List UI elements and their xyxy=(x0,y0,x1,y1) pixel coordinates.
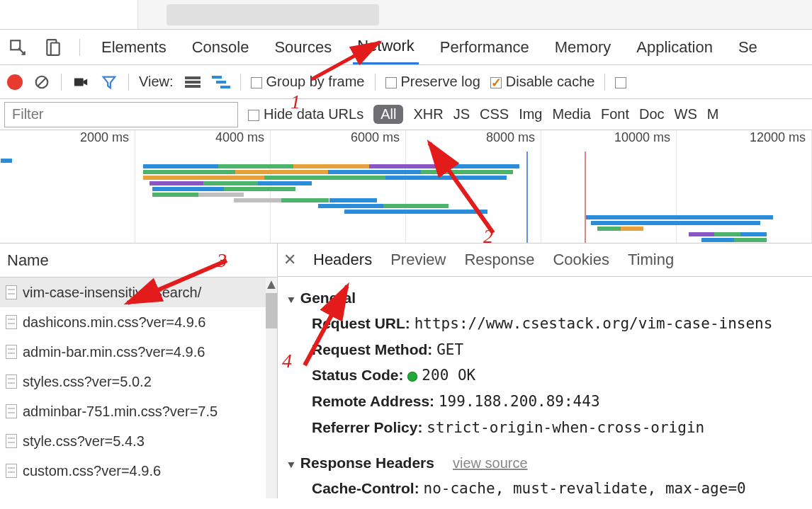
tab-application[interactable]: Application xyxy=(632,31,717,64)
list-view-icon[interactable] xyxy=(184,73,202,91)
tab-performance[interactable]: Performance xyxy=(436,31,534,64)
filter-font[interactable]: Font xyxy=(601,106,629,122)
detail-tab-timing[interactable]: Timing xyxy=(626,244,675,276)
filter-bar: Hide data URLs All XHR JS CSS Img Media … xyxy=(0,99,812,130)
detail-body: General Request URL: https://www.csestac… xyxy=(278,277,812,498)
request-detail-pane: ✕ Headers Preview Response Cookies Timin… xyxy=(278,244,812,498)
request-name: adminbar-751.min.css?ver=7.5 xyxy=(23,404,218,420)
request-row[interactable]: admin-bar.min.css?ver=4.9.6 xyxy=(0,337,277,367)
request-row[interactable]: vim-case-insensitive-search/ xyxy=(0,278,277,307)
scroll-up-icon[interactable]: ▲ xyxy=(266,278,277,290)
view-label: View: xyxy=(139,74,174,90)
svg-line-4 xyxy=(38,78,46,86)
hide-data-urls-checkbox[interactable]: Hide data URLs xyxy=(248,106,363,122)
annotation-number-1: 1 xyxy=(291,91,300,113)
request-name: admin-bar.min.css?ver=4.9.6 xyxy=(23,344,205,360)
detail-tabs: ✕ Headers Preview Response Cookies Timin… xyxy=(278,244,812,277)
filter-ws[interactable]: WS xyxy=(675,106,697,122)
response-headers-section-header[interactable]: Response Headersview source xyxy=(286,450,801,476)
cache-control-row: Cache-Control: no-cache, must-revalidate… xyxy=(286,476,801,498)
tab-sources[interactable]: Sources xyxy=(270,31,336,64)
close-detail-icon[interactable]: ✕ xyxy=(283,253,296,266)
referrer-policy-row: Referrer Policy: strict-origin-when-cros… xyxy=(286,415,801,441)
topbar-address-area xyxy=(138,0,812,29)
camera-icon[interactable] xyxy=(72,73,90,91)
request-row[interactable]: style.css?ver=5.4.3 xyxy=(0,426,277,456)
preserve-log-checkbox[interactable]: Preserve log xyxy=(385,74,480,90)
document-icon xyxy=(6,374,17,389)
browser-topbar xyxy=(0,0,812,30)
request-list[interactable]: vim-case-insensitive-search/dashicons.mi… xyxy=(0,278,277,498)
filter-xhr[interactable]: XHR xyxy=(413,106,443,122)
timeline-overview[interactable]: 2000 ms 4000 ms 6000 ms 8000 ms 10000 ms… xyxy=(0,130,812,244)
scrollbar[interactable]: ▲ xyxy=(266,278,277,498)
scrollbar-thumb[interactable] xyxy=(266,293,277,328)
request-name: custom.css?ver=4.9.6 xyxy=(23,463,161,479)
topbar-blank xyxy=(0,0,138,29)
svg-rect-2 xyxy=(51,42,60,55)
document-icon xyxy=(6,315,17,329)
detail-tab-response[interactable]: Response xyxy=(463,244,536,276)
inspect-element-icon[interactable] xyxy=(9,38,27,57)
offline-checkbox-partial[interactable] xyxy=(615,74,631,90)
request-row[interactable]: adminbar-751.min.css?ver=7.5 xyxy=(0,396,277,426)
detail-tab-headers[interactable]: Headers xyxy=(312,244,373,276)
annotation-number-2: 2 xyxy=(483,225,493,248)
request-list-pane: Name vim-case-insensitive-search/dashico… xyxy=(0,244,278,498)
status-code-row: Status Code: 200 OK xyxy=(286,362,801,389)
name-column-header[interactable]: Name xyxy=(0,244,277,278)
waterfall-view-icon[interactable] xyxy=(212,73,230,91)
toolbar-sep-1 xyxy=(61,74,62,91)
tab-console[interactable]: Console xyxy=(188,31,254,64)
record-button[interactable] xyxy=(7,74,23,90)
disable-cache-checkbox[interactable]: Disable cache xyxy=(490,74,595,90)
filter-all[interactable]: All xyxy=(373,105,403,124)
filter-icon[interactable] xyxy=(100,73,118,91)
request-name: vim-case-insensitive-search/ xyxy=(23,285,201,301)
device-toolbar-icon[interactable] xyxy=(44,38,62,57)
clear-icon[interactable] xyxy=(33,73,51,91)
document-icon xyxy=(6,285,17,299)
annotation-number-3: 3 xyxy=(217,249,227,272)
document-icon xyxy=(6,345,17,359)
timeline-ticks: 2000 ms 4000 ms 6000 ms 8000 ms 10000 ms… xyxy=(0,130,812,151)
lower-pane: Name vim-case-insensitive-search/dashico… xyxy=(0,244,812,498)
tab-memory[interactable]: Memory xyxy=(551,31,615,64)
group-by-frame-checkbox[interactable]: Group by frame xyxy=(251,74,365,90)
request-method-row: Request Method: GET xyxy=(286,337,801,363)
detail-tab-cookies[interactable]: Cookies xyxy=(551,244,610,276)
tab-security-partial[interactable]: Se xyxy=(734,31,762,64)
filter-input[interactable] xyxy=(4,102,238,127)
remote-address-row: Remote Address: 199.188.200.89:443 xyxy=(286,389,801,415)
filter-css[interactable]: CSS xyxy=(480,106,509,122)
filter-media[interactable]: Media xyxy=(552,106,590,122)
devtools-tabs: Elements Console Sources Network Perform… xyxy=(0,30,812,65)
filter-img[interactable]: Img xyxy=(519,106,542,122)
network-toolbar: View: Group by frame Preserve log Disabl… xyxy=(0,65,812,99)
toolbar-sep-3 xyxy=(240,74,241,91)
request-row[interactable]: custom.css?ver=4.9.6 xyxy=(0,456,277,486)
filter-doc[interactable]: Doc xyxy=(639,106,665,122)
request-url-row: Request URL: https://www.csestack.org/vi… xyxy=(286,311,801,337)
timeline-waterfall xyxy=(0,159,812,243)
toolbar-sep-5 xyxy=(604,74,605,91)
request-name: styles.css?ver=5.0.2 xyxy=(23,374,152,390)
request-name: dashicons.min.css?ver=4.9.6 xyxy=(23,314,205,331)
detail-tab-preview[interactable]: Preview xyxy=(389,244,447,276)
tabs-separator xyxy=(79,39,80,56)
request-row[interactable]: dashicons.min.css?ver=4.9.6 xyxy=(0,307,277,337)
toolbar-sep-2 xyxy=(128,74,129,91)
request-row[interactable]: styles.css?ver=5.0.2 xyxy=(0,367,277,396)
filter-manifest-partial[interactable]: M xyxy=(707,106,719,122)
filter-js[interactable]: JS xyxy=(453,106,470,122)
document-icon xyxy=(6,404,17,418)
view-source-link[interactable]: view source xyxy=(453,455,528,471)
tab-elements[interactable]: Elements xyxy=(97,31,171,64)
tab-network[interactable]: Network xyxy=(353,30,419,64)
general-section-header[interactable]: General xyxy=(286,285,801,311)
toolbar-sep-4 xyxy=(375,74,376,91)
request-name: style.css?ver=5.4.3 xyxy=(23,433,145,450)
address-box[interactable] xyxy=(167,4,379,25)
svg-rect-5 xyxy=(74,78,84,86)
annotation-number-4: 4 xyxy=(282,350,292,372)
